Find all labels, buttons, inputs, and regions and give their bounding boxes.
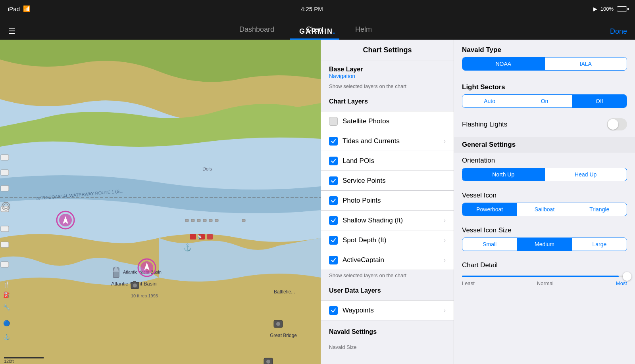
light-sectors-off[interactable]: Off [572,95,627,107]
map-area[interactable]: INTRACOASTAL WATERWAY ROUTE 1 (S... Dols… [0,40,321,364]
flashing-lights-row: Flashing Lights [454,114,635,137]
light-sectors-header: Light Sectors [454,77,635,94]
navaid-type-header: Navaid Type [454,40,635,57]
flashing-lights-toggle[interactable] [607,118,627,130]
done-button[interactable]: Done [610,27,627,36]
light-sectors-on[interactable]: On [517,95,572,107]
layer-waypoints[interactable]: Waypoints › [321,301,454,320]
chart-layers-header: Show selected layers on the chart [321,81,454,92]
orientation-control[interactable]: North Up Head Up [462,168,627,181]
layer-service-points[interactable]: Service Points [321,171,454,191]
map-svg: INTRACOASTAL WATERWAY ROUTE 1 (S... Dols… [0,40,321,364]
spot-depth-arrow: › [444,237,446,244]
size-large[interactable]: Large [572,238,627,251]
svg-rect-37 [242,219,245,222]
navaid-settings-row: Navaid Settings [321,322,454,342]
svg-rect-44 [1,262,9,267]
vessel-icon-control[interactable]: Powerboat Sailboat Triangle [462,203,627,216]
layer-land-pois[interactable]: Land POIs [321,151,454,171]
slider-label-most: Most [616,280,627,286]
checkbox-activecaptain[interactable] [329,256,338,264]
svg-text:📡: 📡 [197,235,202,239]
user-data-title: User Data Layers [329,287,381,294]
vessel-icon-size-label: Vessel Icon Size [462,226,627,234]
svg-text:120ft: 120ft [4,359,13,364]
slider-thumb[interactable] [623,272,631,281]
label-land-pois: Land POIs [343,157,446,165]
svg-text:⚓: ⚓ [183,243,192,252]
vessel-sailboat[interactable]: Sailboat [517,203,572,216]
vessel-powerboat[interactable]: Powerboat [462,203,517,216]
tab-dashboard[interactable]: Dashboard [223,21,290,40]
user-data-header: Show selected layers on the chart [321,270,454,281]
slider-label-least: Least [462,280,475,286]
orientation-north-up[interactable]: North Up [462,168,545,181]
settings-panel-header: Chart Settings [321,40,454,61]
layer-activecaptain[interactable]: ActiveCaptain › [321,250,454,270]
navaid-noaa[interactable]: NOAA [462,57,545,70]
checkbox-service-points[interactable] [329,176,338,185]
svg-text:⛽: ⛽ [3,291,10,298]
layer-satellite-photos[interactable]: Satellite Photos [321,111,454,131]
checkbox-shallow-shading[interactable] [329,216,338,225]
navaid-size-header: Navaid Size [321,342,454,353]
svg-rect-40 [1,186,9,191]
svg-rect-43 [1,242,9,247]
svg-rect-52 [331,119,336,124]
vessel-triangle[interactable]: Triangle [572,203,627,216]
slider-labels: Least Normal Most [454,279,635,288]
checkbox-spot-depth[interactable] [329,236,338,245]
navaid-type-control[interactable]: NOAA IALA [462,57,627,71]
size-medium[interactable]: Medium [517,238,572,251]
orientation-head-up[interactable]: Head Up [545,168,627,181]
shallow-shading-arrow: › [444,217,446,224]
general-settings-header: General Settings [454,137,635,153]
right-panel: Navaid Type NOAA IALA Light Sectors Auto [454,40,635,364]
activecaptain-arrow: › [444,257,446,264]
light-sectors-control[interactable]: Auto On Off [462,94,627,108]
checkbox-photo-points[interactable] [329,196,338,205]
hamburger-menu[interactable]: ☰ [8,26,15,36]
chart-detail-slider[interactable] [454,272,635,279]
svg-text:Great Bridge: Great Bridge [270,333,297,338]
light-sectors-title: Light Sectors [462,83,627,91]
base-layer-value[interactable]: Navigation [329,73,446,79]
tides-arrow: › [444,138,446,145]
svg-rect-32 [191,219,194,222]
svg-rect-20 [133,281,136,283]
vessel-icon-section: Vessel Icon [454,188,635,199]
checkbox-satellite[interactable] [329,117,338,126]
settings-panel: Chart Settings Base Layer Navigation Sho… [321,40,454,364]
svg-point-24 [266,360,270,364]
light-sectors-auto[interactable]: Auto [462,95,517,107]
label-service-points: Service Points [343,177,446,185]
device-label: iPad [8,6,20,12]
label-waypoints: Waypoints [343,307,444,314]
checkbox-tides[interactable] [329,137,338,146]
chart-layers-title-row: Chart Layers [321,92,454,111]
svg-rect-42 [1,226,9,232]
layer-shallow-shading[interactable]: Shallow Shading (ft) › [321,211,454,230]
label-satellite-photos: Satellite Photos [343,117,446,125]
status-bar: iPad 📶 4:25 PM ▶ 100% [0,0,635,17]
chart-detail-label: Chart Detail [462,261,627,269]
label-activecaptain: ActiveCaptain [343,256,444,264]
layer-photo-points[interactable]: Photo Points [321,191,454,211]
user-data-title-row: User Data Layers [321,281,454,301]
flashing-lights-label: Flashing Lights [462,121,607,128]
settings-title: Chart Settings [363,46,412,54]
slider-track [462,276,627,277]
layer-tides[interactable]: Tides and Currents › [321,131,454,151]
status-right: ▶ 100% [593,6,627,12]
checkbox-waypoints[interactable] [329,306,338,315]
checkbox-land-pois[interactable] [329,157,338,165]
svg-rect-28 [207,234,213,239]
size-small[interactable]: Small [462,238,517,251]
vessel-icon-size-control[interactable]: Small Medium Large [462,238,627,251]
chart-detail-section: Chart Detail [454,257,635,269]
status-left: iPad 📶 [8,5,31,12]
layer-spot-depth[interactable]: Spot Depth (ft) › [321,230,454,250]
tab-helm[interactable]: Helm [339,21,388,40]
navaid-type-title: Navaid Type [462,46,627,54]
navaid-iala[interactable]: IALA [545,57,627,70]
